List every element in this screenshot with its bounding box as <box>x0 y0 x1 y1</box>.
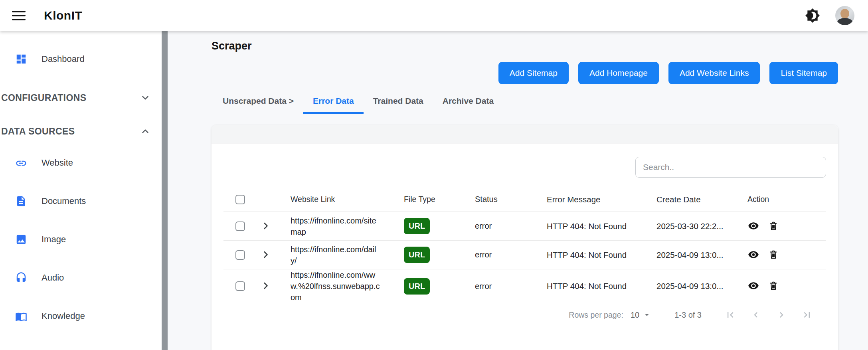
status-cell: error <box>471 221 543 231</box>
tab-unscraped-data[interactable]: Unscraped Data > <box>223 96 303 114</box>
pagination-bar: Rows per page: 10 1-3 of 3 <box>223 303 826 326</box>
status-cell: error <box>471 282 543 291</box>
sidebar-item-label: Website <box>42 158 73 168</box>
chevron-right-icon <box>260 220 271 231</box>
website-link-cell: https://ifnonline.com/daily/ <box>279 244 399 266</box>
tab-bar: Unscraped Data > Error Data Trained Data… <box>223 96 838 114</box>
pagination-nav <box>725 309 813 320</box>
column-header-error-message: Error Message <box>543 195 654 204</box>
appbar-right <box>805 6 854 25</box>
dark-mode-icon <box>805 8 820 23</box>
eye-icon <box>748 280 759 291</box>
add-sitemap-button[interactable]: Add Sitemap <box>498 62 569 84</box>
search-input[interactable] <box>635 157 826 178</box>
main-content: Scraper Add Sitemap Add Homepage Add Web… <box>168 31 868 350</box>
table-row: https://ifnonline.com/www.%20lfnss.sunwe… <box>223 269 826 303</box>
sidebar-item-label: Dashboard <box>42 54 85 64</box>
hamburger-menu-button[interactable] <box>12 10 27 22</box>
tab-error-data[interactable]: Error Data <box>303 96 364 114</box>
row-checkbox[interactable] <box>235 281 245 291</box>
tab-trained-data[interactable]: Trained Data <box>364 96 433 114</box>
row-checkbox[interactable] <box>235 250 245 260</box>
theme-toggle-button[interactable] <box>805 8 820 23</box>
row-checkbox[interactable] <box>235 221 245 231</box>
pagination-range-label: 1-3 of 3 <box>674 310 702 320</box>
card-body: Website Link File Type Status Error Mess… <box>212 157 838 326</box>
select-all-checkbox[interactable] <box>235 195 245 204</box>
column-header-create-date: Create Date <box>654 195 744 204</box>
document-icon <box>15 195 27 207</box>
headphones-icon <box>15 272 27 284</box>
sidebar-item-label: Knowledge <box>42 311 85 321</box>
previous-page-button[interactable] <box>750 309 761 320</box>
tab-archive-data[interactable]: Archive Data <box>433 96 503 114</box>
file-type-badge: URL <box>404 278 430 295</box>
user-avatar[interactable] <box>835 6 854 25</box>
chevron-right-icon <box>260 280 271 291</box>
file-type-badge: URL <box>404 218 430 234</box>
app-bar: KlonIT <box>0 0 868 31</box>
first-page-button[interactable] <box>725 309 736 320</box>
rows-per-page-label: Rows per page: <box>569 310 623 320</box>
expand-row-button[interactable] <box>260 220 272 232</box>
dashboard-icon <box>15 53 27 65</box>
chevron-left-icon <box>750 309 761 320</box>
trash-icon <box>768 280 779 291</box>
last-page-button[interactable] <box>801 309 813 320</box>
sidebar-item-label: Audio <box>42 273 64 283</box>
error-message-cell: HTTP 404: Not Found <box>543 281 654 291</box>
delete-button[interactable] <box>767 249 779 261</box>
create-date-cell: 2025-04-09 13:0... <box>654 250 744 260</box>
expand-row-button[interactable] <box>260 280 272 292</box>
trash-icon <box>768 220 779 231</box>
column-header-website-link: Website Link <box>279 195 399 204</box>
file-type-badge: URL <box>404 247 430 263</box>
book-icon <box>15 310 27 322</box>
eye-icon <box>748 249 759 260</box>
list-sitemap-button[interactable]: List Sitemap <box>769 62 838 84</box>
website-link-cell: https://ifnonline.com/www.%20lfnss.sunwe… <box>279 269 399 303</box>
sidebar-item-label: Documents <box>42 196 86 206</box>
app-logo: KlonIT <box>44 9 82 22</box>
create-date-cell: 2025-04-09 13:0... <box>654 281 744 291</box>
sidebar-item-knowledge[interactable]: Knowledge <box>0 297 162 335</box>
chevron-right-icon <box>260 249 271 260</box>
view-button[interactable] <box>747 280 759 292</box>
trash-icon <box>768 249 779 260</box>
sidebar-item-image[interactable]: Image <box>0 220 162 259</box>
actions-row: Add Sitemap Add Homepage Add Website Lin… <box>212 62 838 84</box>
create-date-cell: 2025-03-30 22:2... <box>654 221 744 231</box>
rows-per-page-value: 10 <box>631 310 639 320</box>
view-button[interactable] <box>747 220 759 232</box>
sidebar-scrollbar[interactable] <box>162 31 168 350</box>
error-message-cell: HTTP 404: Not Found <box>543 221 654 231</box>
add-homepage-button[interactable]: Add Homepage <box>578 62 659 84</box>
column-header-status: Status <box>471 195 543 204</box>
sidebar-section-configurations[interactable]: CONFIGURATIONS <box>0 86 162 109</box>
add-website-links-button[interactable]: Add Website Links <box>668 62 760 84</box>
error-message-cell: HTTP 404: Not Found <box>543 250 654 260</box>
website-link-cell: https://ifnonline.com/sitemap <box>279 215 399 237</box>
expand-row-button[interactable] <box>260 249 272 261</box>
link-icon <box>15 157 27 169</box>
sidebar-item-dashboard[interactable]: Dashboard <box>0 46 162 72</box>
sidebar-item-website[interactable]: Website <box>0 144 162 182</box>
next-page-button[interactable] <box>776 309 787 320</box>
column-header-action: Action <box>744 195 826 204</box>
sidebar-item-documents[interactable]: Documents <box>0 182 162 220</box>
table-row: https://ifnonline.com/daily/ URL error H… <box>223 241 826 269</box>
rows-per-page-select[interactable]: 10 <box>631 310 651 320</box>
section-label: DATA SOURCES <box>1 126 75 137</box>
delete-button[interactable] <box>767 280 779 292</box>
error-data-table: Website Link File Type Status Error Mess… <box>223 187 826 303</box>
section-label: CONFIGURATIONS <box>1 93 86 103</box>
delete-button[interactable] <box>767 220 779 232</box>
hamburger-icon <box>12 11 26 12</box>
sidebar-section-data-sources[interactable]: DATA SOURCES <box>0 120 162 143</box>
sidebar-item-audio[interactable]: Audio <box>0 259 162 297</box>
chevron-down-icon <box>140 93 150 103</box>
view-button[interactable] <box>747 249 759 261</box>
sidebar-data-sources-list: Website Documents Image Audio <box>0 144 162 335</box>
search-row <box>223 157 826 178</box>
table-row: https://ifnonline.com/sitemap URL error … <box>223 212 826 241</box>
